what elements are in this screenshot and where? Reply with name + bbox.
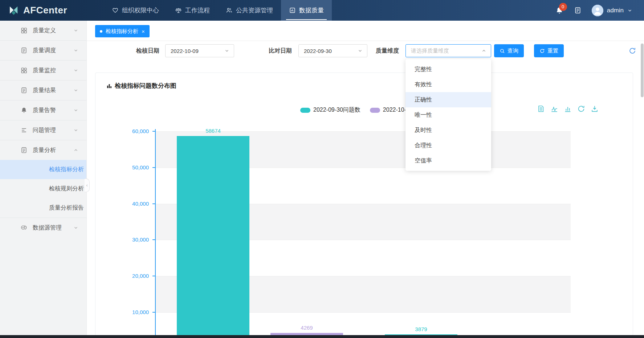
nav-item-org-permissions[interactable]: 组织权限中心 xyxy=(104,0,167,21)
tab-active-dot xyxy=(100,30,102,33)
sidebar-subitem-label: 检核指标分析 xyxy=(49,166,84,173)
sidebar-item-quality-analysis[interactable]: 质量分析 xyxy=(0,140,86,160)
dropdown-option-validity[interactable]: 有效性 xyxy=(405,77,491,92)
chevron-down-icon xyxy=(73,225,78,230)
sidebar: 质量定义 质量调度 xyxy=(0,21,87,335)
sidebar-subitem-label: 检核规则分析 xyxy=(49,185,84,193)
compare-date-select[interactable]: 2022-09-30 xyxy=(298,44,367,57)
sidebar-item-datasource-management[interactable]: 数据源管理 xyxy=(0,218,86,238)
y-axis-tick-label: 10,000 xyxy=(116,309,149,315)
filter-bar: 检核日期 2022-10-09 比对日期 2022-09-30 质量维度 请选择… xyxy=(87,41,644,61)
dropdown-option-reasonableness[interactable]: 合理性 xyxy=(405,138,491,153)
chevron-down-icon xyxy=(224,48,229,53)
chart-plot-area: 60,00050,00040,00030,00020,00010,0005867… xyxy=(95,73,633,338)
dropdown-option-uniqueness[interactable]: 唯一性 xyxy=(405,107,491,123)
chevron-down-icon xyxy=(73,108,78,113)
sidebar-item-quality-results[interactable]: 质量结果 xyxy=(0,81,86,100)
chevron-up-icon xyxy=(481,48,486,53)
nav-item-data-quality[interactable]: 数据质量 xyxy=(281,0,332,21)
sidebar-subitem-label: 质量分析报告 xyxy=(49,204,84,212)
dropdown-option-null-rate[interactable]: 空值率 xyxy=(405,153,491,168)
nav-item-label: 公共资源管理 xyxy=(236,6,273,15)
chart-card: 检核指标问题数分布图 2022-09-30问题数 2022-10-09问题数 xyxy=(95,73,633,338)
people-icon xyxy=(226,7,233,14)
chevron-down-icon xyxy=(73,88,78,93)
bell-icon xyxy=(20,107,28,114)
chevron-down-icon xyxy=(73,128,78,133)
y-axis-tick-label: 20,000 xyxy=(116,273,149,279)
query-button[interactable]: 查询 xyxy=(494,44,524,57)
scales-icon xyxy=(175,7,182,14)
grid-circle-icon xyxy=(20,67,28,74)
dropdown-option-timeliness[interactable]: 及时性 xyxy=(405,123,491,138)
sidebar-item-quality-alerts[interactable]: 质量告警 xyxy=(0,100,86,120)
brand-name: AFCenter xyxy=(23,5,67,16)
quality-dimension-select[interactable]: 请选择质量维度 xyxy=(405,44,491,57)
bar-value-label: 58674 xyxy=(177,128,249,134)
nav-item-public-resources[interactable]: 公共资源管理 xyxy=(218,0,281,21)
nav-item-workflow[interactable]: 工作流程 xyxy=(167,0,218,21)
query-button-label: 查询 xyxy=(508,48,518,54)
quality-dimension-dropdown: 完整性 有效性 正确性 唯一性 及时性 合理性 空值率 xyxy=(405,59,491,171)
reset-button-label: 重置 xyxy=(547,48,558,54)
document-icon xyxy=(20,87,28,94)
y-axis-tick-label: 40,000 xyxy=(116,201,149,207)
sidebar-item-quality-monitoring[interactable]: 质量监控 xyxy=(0,61,86,80)
brand[interactable]: AFCenter xyxy=(0,0,91,21)
chevron-up-icon xyxy=(73,148,78,153)
y-axis-tick-label: 60,000 xyxy=(116,128,149,134)
database-icon xyxy=(20,224,28,231)
compare-date-value: 2022-09-30 xyxy=(304,48,358,54)
reset-refresh-icon xyxy=(539,48,545,54)
notification-bell-icon[interactable]: 0 xyxy=(555,6,564,15)
check-date-value: 2022-10-09 xyxy=(171,48,224,54)
avatar xyxy=(592,5,603,16)
user-menu[interactable]: admin xyxy=(592,5,632,16)
heart-icon xyxy=(112,7,119,14)
chevron-down-icon xyxy=(73,68,78,73)
chevron-down-icon xyxy=(358,48,363,53)
sidebar-collapse-handle[interactable]: ‹ xyxy=(85,178,90,192)
username: admin xyxy=(607,7,624,14)
sidebar-subitem-check-rule-analysis[interactable]: 检核规则分析 xyxy=(0,179,86,198)
y-axis-line xyxy=(155,129,156,338)
chevron-down-icon xyxy=(73,48,78,53)
search-icon xyxy=(500,48,505,54)
chart-board-icon xyxy=(289,7,296,14)
compare-date-label: 比对日期 xyxy=(269,41,292,61)
chevron-down-icon xyxy=(627,8,632,13)
tab-check-indicator-analysis[interactable]: 检核指标分析 × xyxy=(95,25,150,37)
tab-label: 检核指标分析 xyxy=(106,28,138,35)
bar-value-label: 4269 xyxy=(270,325,343,331)
document-icon xyxy=(20,147,28,154)
dropdown-option-completeness[interactable]: 完整性 xyxy=(405,62,491,77)
check-date-select[interactable]: 2022-10-09 xyxy=(165,44,234,57)
top-navbar: AFCenter 组织权限中心 工作流程 xyxy=(0,0,644,21)
document-icon xyxy=(20,47,28,54)
y-axis-tick-label: 30,000 xyxy=(116,236,149,243)
sidebar-item-quality-definition[interactable]: 质量定义 xyxy=(0,21,86,40)
notification-badge: 0 xyxy=(559,3,567,11)
page-refresh-icon[interactable] xyxy=(628,47,636,55)
bottom-edge-strip xyxy=(0,335,644,338)
nav-item-label: 组织权限中心 xyxy=(122,6,159,15)
check-date-label: 检核日期 xyxy=(136,41,159,61)
y-axis-tick-label: 50,000 xyxy=(116,164,149,170)
sidebar-subitem-quality-analysis-report[interactable]: 质量分析报告 xyxy=(0,198,86,218)
app-root: AFCenter 组织权限中心 工作流程 xyxy=(0,0,644,338)
tab-close-icon[interactable]: × xyxy=(142,28,145,34)
chevron-down-icon xyxy=(73,28,78,33)
document-log-icon[interactable] xyxy=(574,7,582,14)
sidebar-item-issue-management[interactable]: 问题管理 xyxy=(0,120,86,140)
quality-dimension-label: 质量维度 xyxy=(376,41,399,61)
quality-dimension-placeholder: 请选择质量维度 xyxy=(411,48,481,54)
list-icon xyxy=(20,127,28,134)
sidebar-item-quality-scheduling[interactable]: 质量调度 xyxy=(0,41,86,60)
reset-button[interactable]: 重置 xyxy=(534,44,564,57)
afcenter-logo-icon xyxy=(8,5,19,16)
nav-item-label: 数据质量 xyxy=(299,6,324,15)
vertical-scrollbar[interactable] xyxy=(641,44,644,97)
nav-right: 0 admin xyxy=(555,0,644,21)
dropdown-option-correctness[interactable]: 正确性 xyxy=(405,92,491,107)
sidebar-subitem-check-indicator-analysis[interactable]: 检核指标分析 xyxy=(0,160,86,179)
